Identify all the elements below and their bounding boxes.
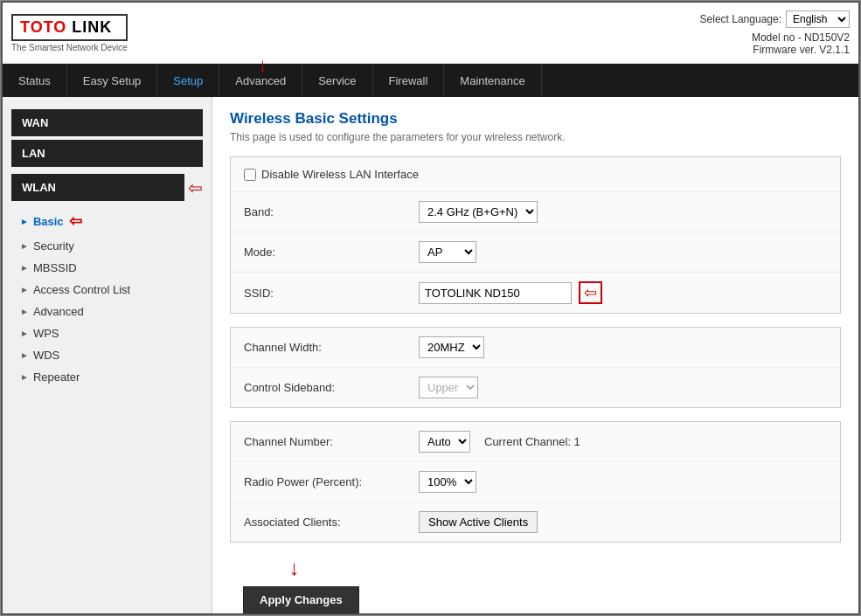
sidebar-item-acl[interactable]: ► Access Control List — [3, 279, 212, 301]
logo-link: LINK — [66, 18, 112, 36]
ssid-row: SSID: ⇦ — [231, 273, 840, 313]
sidebar-acl-label: Access Control List — [33, 283, 130, 296]
firmware-ver: Firmware ver. V2.1.1 — [700, 44, 850, 56]
apply-area: ↓ Apply Changes — [230, 556, 359, 613]
current-channel-text: Current Channel: 1 — [484, 435, 580, 448]
sidebar-wlan-btn[interactable]: WLAN — [11, 174, 184, 201]
sidebar-item-basic[interactable]: ► Basic ⇦ — [3, 207, 212, 235]
channel-number-select[interactable]: Auto 1 2 3 — [419, 431, 470, 453]
security-arrow: ► — [20, 241, 29, 251]
ssid-input[interactable] — [419, 282, 572, 304]
associated-clients-label: Associated Clients: — [244, 516, 419, 529]
band-control: 2.4 GHz (B+G+N) 5 GHz — [419, 201, 538, 223]
channel-width-row: Channel Width: 20MHZ 40MHZ — [231, 328, 840, 368]
apply-changes-btn[interactable]: Apply Changes — [243, 586, 359, 613]
page-description: This page is used to configure the param… — [230, 131, 841, 143]
wps-arrow: ► — [20, 329, 29, 338]
sidebar-repeater-label: Repeater — [33, 370, 80, 384]
nav-advanced[interactable]: Advanced — [219, 64, 302, 97]
associated-clients-control: Show Active Clients — [419, 511, 538, 533]
repeater-arrow: ► — [20, 372, 29, 382]
sidebar-item-advanced[interactable]: ► Advanced — [3, 301, 212, 322]
mode-label: Mode: — [244, 246, 419, 259]
mode-row: Mode: AP Client WDS — [231, 232, 840, 273]
channel-width-select[interactable]: 20MHZ 40MHZ — [419, 336, 484, 358]
nav-firewall[interactable]: Firewall — [373, 64, 445, 97]
show-active-clients-btn[interactable]: Show Active Clients — [419, 511, 538, 533]
ssid-control: ⇦ — [419, 281, 602, 304]
band-select[interactable]: 2.4 GHz (B+G+N) 5 GHz — [419, 201, 538, 223]
associated-clients-row: Associated Clients: Show Active Clients — [231, 502, 840, 542]
basic-arrow-indicator: ⇦ — [69, 211, 82, 231]
content-area: WAN LAN WLAN ⇦ ► Basic ⇦ ► Security ► MB… — [3, 97, 858, 613]
channel-width-control: 20MHZ 40MHZ — [419, 336, 484, 358]
disable-row: Disable Wireless LAN Interface — [231, 157, 840, 192]
ssid-label: SSID: — [244, 287, 419, 300]
sidebar-item-wds[interactable]: ► WDS — [3, 344, 212, 366]
logo-tagline: The Smartest Network Device — [11, 43, 128, 52]
basic-arrow: ► — [20, 217, 29, 226]
disable-label: Disable Wireless LAN Interface — [244, 168, 419, 181]
disable-text: Disable Wireless LAN Interface — [261, 168, 419, 181]
nav-status[interactable]: Status — [3, 64, 67, 97]
nav-service[interactable]: Service — [302, 64, 372, 97]
mode-select[interactable]: AP Client WDS — [419, 241, 476, 263]
language-row: Select Language: English Chinese French — [700, 10, 850, 28]
band-row: Band: 2.4 GHz (B+G+N) 5 GHz — [231, 192, 840, 232]
channel-width-label: Channel Width: — [244, 341, 419, 354]
language-select[interactable]: English Chinese French — [786, 10, 850, 28]
lang-label: Select Language: — [700, 13, 781, 25]
band-label: Band: — [244, 205, 419, 218]
radio-power-select[interactable]: 100% 75% 50% 25% — [419, 471, 476, 493]
section-basic: Disable Wireless LAN Interface Band: 2.4… — [230, 156, 841, 314]
sidebar-mbssid-label: MBSSID — [33, 261, 77, 274]
wds-arrow: ► — [20, 350, 29, 360]
ssid-arrow-indicator: ⇦ — [579, 281, 602, 304]
wlan-arrow-indicator: ⇦ — [188, 177, 203, 198]
sidebar-item-wps[interactable]: ► WPS — [3, 322, 212, 344]
logo: TOTO LINK — [11, 14, 128, 41]
page-title: Wireless Basic Settings — [230, 110, 841, 128]
section-radio: Channel Number: Auto 1 2 3 Current Chann… — [230, 421, 841, 543]
disable-checkbox[interactable] — [244, 169, 256, 181]
nav-maintenance[interactable]: Maintenance — [444, 64, 541, 97]
main-content: Wireless Basic Settings This page is use… — [212, 97, 858, 613]
sidebar-wps-label: WPS — [33, 327, 59, 340]
header-right: Select Language: English Chinese French … — [700, 10, 850, 56]
sidebar-item-mbssid[interactable]: ► MBSSID — [3, 257, 212, 279]
apply-arrow-indicator: ↓ — [230, 556, 359, 580]
header: TOTO LINK The Smartest Network Device ↓ … — [3, 3, 858, 64]
sidebar-item-repeater[interactable]: ► Repeater — [3, 366, 212, 388]
sidebar-security-label: Security — [33, 239, 74, 253]
sidebar-submenu: ► Basic ⇦ ► Security ► MBSSID ► Access C… — [3, 204, 212, 391]
sidebar-item-security[interactable]: ► Security — [3, 235, 212, 257]
mbssid-arrow: ► — [20, 263, 29, 273]
mode-control: AP Client WDS — [419, 241, 476, 263]
channel-number-control: Auto 1 2 3 Current Channel: 1 — [419, 431, 580, 453]
radio-power-control: 100% 75% 50% 25% — [419, 471, 476, 493]
nav-easy-setup[interactable]: Easy Setup — [67, 64, 158, 97]
radio-power-row: Radio Power (Percent): 100% 75% 50% 25% — [231, 462, 840, 502]
adv-arrow: ► — [20, 307, 29, 316]
logo-toto: TOTO — [20, 18, 66, 36]
nav-setup[interactable]: Setup — [157, 64, 219, 97]
channel-number-row: Channel Number: Auto 1 2 3 Current Chann… — [231, 422, 840, 462]
radio-power-label: Radio Power (Percent): — [244, 475, 419, 488]
nav-bar: Status Easy Setup Setup Advanced Service… — [3, 64, 858, 97]
channel-number-label: Channel Number: — [244, 435, 419, 448]
sidebar: WAN LAN WLAN ⇦ ► Basic ⇦ ► Security ► MB… — [3, 97, 212, 613]
section-channel: Channel Width: 20MHZ 40MHZ Control Sideb… — [230, 327, 841, 408]
control-sideband-select[interactable]: Upper Lower — [419, 377, 478, 398]
control-sideband-row: Control Sideband: Upper Lower — [231, 368, 840, 407]
sidebar-advanced-label: Advanced — [33, 305, 84, 318]
sidebar-lan-btn[interactable]: LAN — [11, 140, 203, 167]
sidebar-wds-label: WDS — [33, 349, 59, 362]
logo-area: TOTO LINK The Smartest Network Device — [11, 14, 128, 52]
control-sideband-label: Control Sideband: — [244, 381, 419, 394]
model-no: Model no - ND150V2 — [700, 31, 850, 44]
control-sideband-control: Upper Lower — [419, 377, 478, 398]
acl-arrow: ► — [20, 285, 29, 294]
sidebar-wan-btn[interactable]: WAN — [11, 109, 203, 136]
sidebar-basic-label: Basic — [33, 215, 64, 228]
